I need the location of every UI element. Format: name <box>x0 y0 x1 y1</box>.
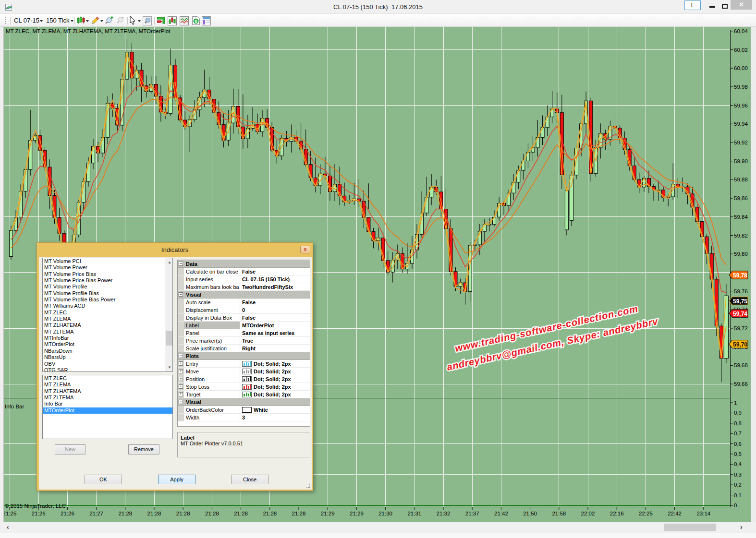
svg-text:0,7: 0,7 <box>734 430 742 436</box>
svg-text:22:42: 22:42 <box>668 511 682 516</box>
svg-text:59,98: 59,98 <box>734 84 748 90</box>
svg-text:21:28: 21:28 <box>147 511 161 516</box>
svg-text:0,9: 0,9 <box>734 410 742 416</box>
svg-text:59,76: 59,76 <box>734 288 748 294</box>
svg-text:21:28: 21:28 <box>176 511 190 516</box>
svg-text:59,72: 59,72 <box>734 325 748 331</box>
svg-text:MT ZLEC, MT ZLEMA, MT ZLHATEMA: MT ZLEC, MT ZLEMA, MT ZLHATEMA, MT ZLTEM… <box>6 28 171 34</box>
svg-text:1: 1 <box>734 400 737 406</box>
svg-text:21:28: 21:28 <box>234 511 248 516</box>
svg-text:59,70: 59,70 <box>733 341 747 348</box>
svg-text:59,86: 59,86 <box>734 195 748 201</box>
svg-text:59,96: 59,96 <box>734 103 748 108</box>
svg-text:59,66: 59,66 <box>734 381 748 387</box>
svg-text:60,00: 60,00 <box>734 65 748 71</box>
svg-text:23:14: 23:14 <box>696 511 710 516</box>
svg-text:21:25: 21:25 <box>4 511 16 516</box>
svg-text:0,6: 0,6 <box>734 441 742 447</box>
svg-text:21:26: 21:26 <box>61 511 74 516</box>
svg-text:59,94: 59,94 <box>734 121 748 127</box>
svg-text:21:29: 21:29 <box>321 511 335 516</box>
svg-text:22:16: 22:16 <box>610 511 624 516</box>
svg-text:22:25: 22:25 <box>639 511 653 516</box>
svg-text:21:50: 21:50 <box>523 511 537 516</box>
svg-text:0,1: 0,1 <box>734 492 742 498</box>
svg-text:21:31: 21:31 <box>407 511 421 516</box>
svg-text:© 2015 NinjaTrader, LLC: © 2015 NinjaTrader, LLC <box>5 503 66 509</box>
svg-text:0,5: 0,5 <box>734 451 742 457</box>
svg-text:22:02: 22:02 <box>581 511 595 516</box>
svg-text:21:28: 21:28 <box>205 511 219 516</box>
svg-text:$: $ <box>195 19 197 24</box>
svg-text:21:30: 21:30 <box>378 511 392 516</box>
svg-text:59,90: 59,90 <box>734 158 748 164</box>
svg-text:0,2: 0,2 <box>734 482 742 488</box>
svg-text:21:28: 21:28 <box>263 511 277 516</box>
svg-text:60,04: 60,04 <box>734 28 748 34</box>
svg-text:0,4: 0,4 <box>734 461 742 467</box>
svg-text:59,68: 59,68 <box>734 362 748 368</box>
svg-text:0: 0 <box>734 502 737 508</box>
svg-text:Info Bar: Info Bar <box>5 404 24 409</box>
svg-text:0,8: 0,8 <box>734 420 742 426</box>
svg-text:21:32: 21:32 <box>437 511 451 516</box>
svg-text:59,92: 59,92 <box>734 140 748 145</box>
svg-text:21:26: 21:26 <box>32 511 46 516</box>
svg-text:59,74: 59,74 <box>733 311 747 317</box>
svg-text:21:58: 21:58 <box>552 511 566 516</box>
svg-text:21:28: 21:28 <box>292 511 306 516</box>
svg-text:21:27: 21:27 <box>89 511 103 516</box>
svg-text:0,3: 0,3 <box>734 472 742 478</box>
svg-text:59,82: 59,82 <box>734 233 748 239</box>
svg-text:21:42: 21:42 <box>494 511 508 516</box>
svg-text:21:28: 21:28 <box>118 511 132 516</box>
svg-text:59,75: 59,75 <box>733 298 747 305</box>
svg-text:59,78: 59,78 <box>733 272 747 279</box>
svg-text:21:37: 21:37 <box>465 511 479 516</box>
svg-text:21:29: 21:29 <box>350 511 364 516</box>
svg-text:59,88: 59,88 <box>734 177 748 182</box>
svg-text:59,84: 59,84 <box>734 214 748 220</box>
svg-text:59,80: 59,80 <box>734 251 748 257</box>
svg-text:60,02: 60,02 <box>734 47 748 53</box>
